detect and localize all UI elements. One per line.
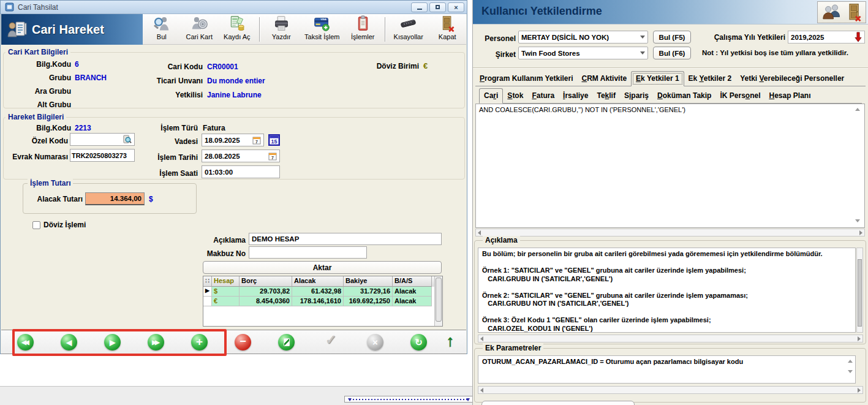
cell[interactable]: Alacak	[393, 297, 432, 306]
evrak-no-input[interactable]: TRK20250803273	[70, 149, 135, 162]
close-button[interactable]: ×	[448, 2, 464, 12]
subtab-dok-man-takip[interactable]: Doküman Takip	[653, 89, 715, 103]
ek-parametreler-horizontal-scrollbar[interactable]	[478, 386, 863, 394]
column-header-hesap[interactable]: Hesap	[212, 276, 240, 287]
red-down-arrow-icon[interactable]	[855, 32, 862, 42]
exit-button[interactable]: ↑	[446, 331, 454, 350]
ek-parametreler-textbox[interactable]: OTURUM_ACAN_PAZARLAMACI_ID = Oturumu aça…	[478, 355, 856, 384]
kapat-button[interactable]: Kapat	[428, 15, 466, 44]
ticari-unvani-value[interactable]: Du monde entier	[207, 77, 265, 85]
scroll-up-icon[interactable]	[848, 360, 853, 363]
subtab-sipari-[interactable]: Sipariş	[620, 89, 653, 103]
subtab-fatura[interactable]: Fatura	[527, 89, 559, 103]
aciklama-textbox[interactable]: Bu bölüm; bir personelin bir gruba ait c…	[478, 248, 856, 333]
edit-record-button[interactable]	[278, 334, 295, 350]
cari-kodu-value[interactable]: CR00001	[207, 62, 238, 71]
lookup-icon[interactable]	[123, 135, 132, 144]
restore-button[interactable]	[429, 2, 446, 12]
islem-tarihi-input[interactable]: 28.08.2025 7	[202, 150, 280, 162]
table-row[interactable]: €8.454,0360178.146,1610169.692,1250Alaca…	[203, 297, 434, 306]
personel-combobox[interactable]: MERTAY D(SİCİL NO YOK)	[518, 31, 648, 44]
aciklama-horizontal-scrollbar[interactable]	[478, 335, 863, 343]
calisma-yili-input[interactable]: 2019,2025	[788, 31, 865, 44]
subtab-hesap-plan-[interactable]: Hesap Planı	[765, 89, 815, 103]
vadesi-input[interactable]: 18.09.2025 7	[202, 134, 264, 146]
calendar-icon[interactable]: 7	[252, 136, 261, 145]
aciklama-input[interactable]: DEMO HESAP	[249, 233, 442, 245]
cell[interactable]: $	[212, 287, 240, 297]
sirket-combobox[interactable]: Twin Food Stores	[518, 47, 648, 59]
door-exit-icon[interactable]	[846, 3, 862, 21]
refresh-button[interactable]: ↻	[410, 334, 427, 350]
row-selector[interactable]	[203, 297, 212, 306]
scroll-right-icon[interactable]	[858, 388, 861, 393]
cell[interactable]: €	[212, 297, 240, 306]
sql-filter-textarea[interactable]: AND COALESCE(CARI.GRUBU,'') NOT IN ('PER…	[475, 104, 865, 228]
tab-crm-aktivite[interactable]: CRM Aktivite	[578, 72, 632, 86]
alacak-tutari-input[interactable]: 14.364,00	[85, 192, 145, 205]
subtab-cari[interactable]: Cari	[479, 88, 503, 104]
islem-saati-input[interactable]: 01:03:00	[202, 165, 280, 178]
minimize-button[interactable]	[411, 2, 428, 12]
column-header-alacak[interactable]: Alacak	[292, 276, 344, 287]
kaydi-ac-button[interactable]: Kaydı Aç	[218, 15, 256, 44]
cell[interactable]: Alacak	[393, 287, 432, 297]
slider-right-marker[interactable]	[466, 398, 470, 401]
subtab-teklif[interactable]: Teklif	[592, 89, 619, 103]
cell[interactable]: 61.432,98	[292, 287, 344, 297]
taksit-islem-button[interactable]: VISA Taksit İşlem	[300, 15, 344, 44]
yazdir-button[interactable]: Yazdır	[263, 15, 301, 44]
cell[interactable]: 169.692,1250	[344, 297, 393, 306]
bul-f6-button[interactable]: Bul (F6)	[653, 47, 691, 59]
dotted-range-slider[interactable]	[344, 396, 474, 403]
islemler-button[interactable]: İşlemler	[344, 15, 382, 44]
column-header-bor-[interactable]: Borç	[240, 276, 292, 287]
partial-bottom-button[interactable]	[481, 401, 635, 405]
makbuz-no-input[interactable]	[249, 246, 367, 259]
scroll-left-icon[interactable]	[478, 230, 481, 235]
bul-f5-button[interactable]: Bul (F5)	[653, 31, 691, 44]
bul-button[interactable]: Bul	[143, 15, 181, 44]
sql-horizontal-scrollbar[interactable]	[475, 229, 865, 237]
cell[interactable]: 178.146,1610	[292, 297, 344, 306]
tab-program-kullan-m-yetkileri[interactable]: Program Kullanım Yetkileri	[475, 72, 578, 86]
scroll-up-icon[interactable]	[855, 108, 860, 111]
kisayollar-button[interactable]: Kısayollar	[388, 15, 428, 44]
doviz-islemi-checkbox[interactable]	[32, 221, 40, 229]
tab-yetki-verebilece-i-personeller[interactable]: Yetki Verebileceği Personeller	[736, 72, 848, 86]
slider-left-marker[interactable]	[348, 398, 352, 401]
cell[interactable]: 31.729,16	[344, 287, 393, 297]
cell[interactable]: 29.703,82	[240, 287, 292, 297]
column-header-b-a-s[interactable]: B/A/S	[393, 276, 432, 287]
delete-record-button[interactable]: −	[235, 334, 251, 350]
scroll-right-icon[interactable]	[858, 336, 861, 341]
aktar-button[interactable]: Aktar	[203, 261, 442, 274]
scroll-down-icon[interactable]	[848, 370, 853, 373]
ozel-kodu-input[interactable]	[70, 133, 135, 146]
cari-kart-button[interactable]: Cari Kart	[181, 15, 219, 44]
column-header-bakiye[interactable]: Bakiye	[344, 276, 393, 287]
aciklama-scrollbar-thumb[interactable]	[858, 259, 862, 327]
subtab-i-k-personel[interactable]: İK Personel	[715, 89, 764, 103]
calendar-picker-button[interactable]: 15	[268, 134, 280, 146]
scroll-left-icon[interactable]	[480, 388, 483, 393]
subtab-stok[interactable]: Stok	[503, 89, 527, 103]
tab-ek-yetkiler-2[interactable]: Ek Yetkiler 2	[684, 72, 736, 86]
post-record-button[interactable]: ✓	[325, 332, 336, 348]
window-titlebar[interactable]: Cari Tahsilat ×	[1, 1, 467, 14]
selected-row-marker[interactable]: ▶	[203, 287, 212, 297]
scroll-down-icon[interactable]	[855, 219, 860, 222]
table-scrollbar[interactable]	[434, 276, 442, 326]
aciklama-vertical-scrollbar[interactable]	[856, 248, 863, 333]
tab-ek-yetkiler-1[interactable]: Ek Yetkiler 1	[631, 71, 684, 86]
yetkilisi-value[interactable]: Janine Labrune	[207, 91, 262, 99]
table-row[interactable]: ▶$29.703,8261.432,9831.729,16Alacak	[203, 287, 434, 297]
cell[interactable]: 8.454,0360	[240, 297, 292, 306]
table-scrollbar-thumb[interactable]	[436, 278, 442, 322]
scroll-right-icon[interactable]	[859, 230, 862, 235]
users-icon[interactable]	[821, 3, 843, 21]
subtab-i-rsaliye[interactable]: İrsaliye	[559, 89, 592, 103]
scroll-left-icon[interactable]	[480, 336, 483, 341]
calendar-icon[interactable]: 7	[268, 152, 277, 161]
cancel-edit-button[interactable]: ×	[367, 334, 383, 350]
